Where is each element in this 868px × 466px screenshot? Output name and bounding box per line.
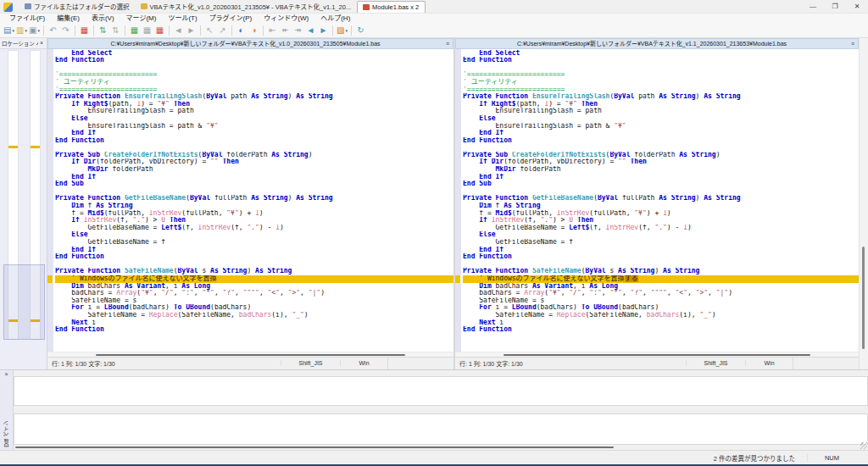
code-line[interactable]: EnsureTrailingSlash = path & "¥" (55, 123, 453, 130)
diff-reset-button[interactable]: ▦ (153, 25, 166, 36)
dropdown-arrow-icon[interactable]: ▾ (25, 25, 27, 36)
code-line[interactable]: End Sub (55, 180, 453, 188)
code-line[interactable]: If InStrRev(f, ".") > 0 Then (463, 217, 859, 225)
menu-item[interactable]: プラグイン(P) (203, 13, 259, 25)
diff-line[interactable]: ' Windowsのファイル名に使えない文字を置換する (463, 275, 859, 283)
code-line[interactable]: End If (463, 247, 859, 254)
diff-hscrollbar[interactable] (14, 445, 868, 451)
code-line[interactable]: Private Function SafeFileName(ByVal s As… (463, 268, 859, 275)
code-line[interactable]: For i = LBound(badChars) To UBound(badCh… (55, 304, 453, 312)
code-line[interactable]: f = Mid$(fullPath, InStrRev(fullPath, "¥… (55, 210, 453, 218)
next-diff-button[interactable]: ⇅ (109, 25, 122, 36)
menu-item[interactable]: マージ(M) (120, 13, 163, 25)
recompare-button[interactable]: ▦ (78, 25, 91, 36)
dropdown-arrow-icon[interactable]: ▾ (37, 25, 40, 36)
code-line[interactable]: Private Function SafeFileName(ByVal s As… (55, 268, 453, 275)
code-line[interactable]: '======================== (55, 71, 453, 79)
vscroll-thumb[interactable] (862, 247, 865, 349)
code-line[interactable]: End Function (463, 137, 859, 145)
code-left[interactable]: End SelectEnd Function'=================… (55, 50, 453, 334)
code-line[interactable]: Else (55, 231, 453, 239)
copy-to-left-button[interactable]: ◄ (304, 25, 317, 36)
plugin-button[interactable]: ▨▾ (336, 25, 348, 36)
copy-right-advance-button[interactable]: ↗ (216, 25, 229, 36)
copy-left-advance-button[interactable]: ↖ (203, 25, 216, 36)
diff-hscroll-thumb[interactable] (15, 447, 614, 448)
code-line[interactable] (463, 64, 859, 72)
code-line[interactable]: End Select (463, 50, 859, 58)
code-line[interactable]: Private Sub CreateFolderIfNotExists(ByVa… (55, 152, 453, 159)
diff-line[interactable]: ' Windowsのファイル名に使えない文字を置換 (55, 275, 453, 283)
code-line[interactable]: ' ユーティリティ (55, 79, 453, 86)
diff-pane-close-icon[interactable]: × (4, 370, 8, 377)
code-line[interactable]: If Right$(path, 1) = "¥" Then (463, 101, 859, 108)
code-line[interactable]: GetFileBaseName = f (55, 239, 453, 247)
code-line[interactable]: '======================== (463, 86, 859, 94)
location-viewport-rect[interactable] (3, 264, 45, 340)
hscroll-thumb-right[interactable] (504, 354, 810, 356)
code-line[interactable]: End Function (463, 326, 859, 334)
menu-item[interactable]: ウィンドウ(W) (258, 13, 314, 25)
code-line[interactable]: If Dir(folderPath, vbDirectory) = "" The… (463, 158, 859, 166)
menu-item[interactable]: ヘルプ(H) (314, 13, 356, 25)
prev-diff-button[interactable]: ⇅ (97, 25, 109, 36)
code-line[interactable]: End Function (463, 57, 859, 64)
code-line[interactable]: EnsureTrailingSlash = path (55, 108, 453, 115)
code-line[interactable]: MkDir folderPath (55, 166, 453, 174)
code-line[interactable]: Private Function EnsureTrailingSlash(ByV… (463, 93, 859, 101)
code-line[interactable]: End Function (55, 137, 453, 145)
menu-item[interactable]: 編集(E) (51, 13, 86, 25)
code-line[interactable]: Next i (463, 319, 859, 327)
open-button[interactable]: ▥▾ (15, 25, 28, 36)
code-right[interactable]: End SelectEnd Function'=================… (463, 50, 859, 334)
hscrollbar-left[interactable] (47, 352, 453, 357)
copy-all-left-button[interactable]: ◑ (248, 25, 260, 36)
code-line[interactable]: SafeFileName = s (463, 297, 859, 305)
menu-item[interactable]: ツール(T) (162, 13, 203, 25)
code-line[interactable]: Private Function GetFileBaseName(ByVal f… (463, 195, 859, 202)
code-area-left[interactable]: End SelectEnd Function'=================… (47, 49, 453, 352)
code-line[interactable]: If Dir(folderPath, vbDirectory) = "" The… (55, 158, 453, 166)
vscrollbar[interactable] (859, 38, 868, 369)
tab-1[interactable]: VBAテキスト化_v1.0_20260301_213505¥ - VBAテキスト… (136, 1, 358, 13)
code-line[interactable]: '======================== (463, 71, 859, 79)
next-conflict-button[interactable]: ↠ (292, 25, 304, 36)
code-line[interactable]: Private Function EnsureTrailingSlash(ByV… (55, 93, 453, 101)
code-line[interactable]: For i = LBound(badChars) To UBound(badCh… (463, 304, 859, 312)
copy-to-right-button[interactable]: ► (317, 25, 330, 36)
code-line[interactable]: If InStrRev(f, ".") > 0 Then (55, 217, 453, 225)
code-line[interactable]: Dim f As String (55, 202, 453, 210)
code-line[interactable]: End If (463, 174, 859, 181)
code-line[interactable]: SafeFileName = Replace(SafeFileName, bad… (55, 312, 453, 319)
code-line[interactable]: Dim f As String (463, 202, 859, 210)
undo-button[interactable]: ↶ (47, 25, 59, 36)
code-line[interactable]: End If (55, 130, 453, 137)
diff-all-button[interactable]: ▦ (128, 25, 141, 36)
code-line[interactable]: End If (55, 174, 453, 181)
code-line[interactable]: Dim badChars As Variant, i As Long (463, 283, 859, 291)
code-line[interactable] (55, 261, 453, 269)
code-line[interactable]: SafeFileName = s (55, 297, 453, 305)
minimize-button[interactable]: — (802, 0, 824, 13)
code-line[interactable]: End Sub (463, 180, 859, 188)
code-line[interactable]: End If (55, 247, 453, 254)
pane-menu-icon[interactable]: ≡ (442, 41, 453, 47)
code-line[interactable]: Next i (55, 319, 453, 327)
code-line[interactable]: Else (463, 115, 859, 123)
maximize-button[interactable]: ❐ (824, 0, 846, 13)
hscroll-thumb-left[interactable] (96, 354, 404, 356)
code-line[interactable]: GetFileBaseName = Left$(f, InStrRev(f, "… (55, 225, 453, 232)
dropdown-arrow-icon[interactable]: ▾ (12, 25, 14, 36)
code-line[interactable]: End Function (55, 57, 453, 64)
prev-conflict-button[interactable]: ↞ (279, 25, 292, 36)
code-line[interactable]: GetFileBaseName = Left$(f, InStrRev(f, "… (463, 225, 859, 232)
code-line[interactable]: End If (463, 130, 859, 137)
pane-menu-icon[interactable]: ≡ (848, 41, 858, 47)
code-line[interactable]: End Select (55, 50, 453, 58)
code-line[interactable]: '======================== (55, 86, 453, 94)
code-line[interactable] (463, 261, 859, 269)
code-line[interactable]: SafeFileName = Replace(SafeFileName, bad… (463, 312, 859, 319)
code-area-right[interactable]: End SelectEnd Function'=================… (455, 49, 859, 352)
code-line[interactable]: Private Function GetFileBaseName(ByVal f… (55, 195, 453, 202)
copy-right-button[interactable]: ► (185, 25, 198, 36)
